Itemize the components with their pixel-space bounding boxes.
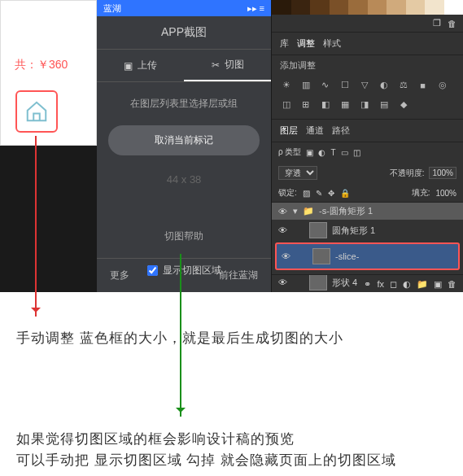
- fx-icon[interactable]: fx: [377, 279, 384, 288]
- layer-group-1[interactable]: 👁 ▾ 📁 -s-圆角矩形 1: [272, 203, 463, 220]
- home-slice-selection[interactable]: [15, 90, 58, 133]
- folder-icon: 📁: [303, 206, 314, 216]
- kind-label[interactable]: ρ 类型: [278, 146, 301, 158]
- lanhu-more-button[interactable]: 更多: [110, 269, 129, 282]
- layer-thumb: [312, 248, 330, 264]
- canvas-dark-area: [0, 146, 97, 292]
- filter-text-icon[interactable]: T: [330, 148, 335, 157]
- dim-height: 38: [190, 173, 201, 186]
- folder-new-icon[interactable]: 📁: [417, 279, 428, 288]
- layers-tabs: 图层 通道 路径: [272, 119, 463, 142]
- blend-row: 穿透 不透明度: 100%: [272, 162, 463, 184]
- duplicate-icon[interactable]: ❐: [433, 18, 441, 28]
- annotation-1: 手动调整 蓝色框的大小，就是最后生成切图的大小: [16, 329, 343, 347]
- lock-all-icon[interactable]: 🔒: [340, 189, 350, 198]
- lookup-icon[interactable]: ⊞: [299, 98, 312, 111]
- hue-icon[interactable]: ◐: [378, 79, 390, 91]
- tab-upload-label: 上传: [138, 59, 157, 72]
- new-layer-icon[interactable]: ▣: [434, 279, 442, 288]
- fill-adjust-icon[interactable]: ◐: [403, 279, 411, 288]
- lanhu-footer: 更多 前往蓝湖: [97, 258, 271, 292]
- red-arrow: [35, 136, 37, 317]
- opacity-label: 不透明度:: [390, 168, 425, 179]
- layer-name: 圆角矩形 1: [332, 225, 375, 237]
- lock-label: 锁定:: [278, 187, 297, 199]
- tab-adjustments[interactable]: 调整: [297, 37, 315, 50]
- visibility-icon[interactable]: 👁: [277, 207, 288, 216]
- tab-upload[interactable]: ▣上传: [97, 50, 184, 81]
- lock-pos-icon[interactable]: ✥: [328, 189, 334, 198]
- tab-channels[interactable]: 通道: [306, 124, 324, 137]
- curves-icon[interactable]: ∿: [319, 79, 331, 91]
- lanhu-header-icons: ▸▸ ≡: [247, 3, 264, 14]
- adjustments-tabs: 库 调整 样式: [272, 33, 463, 55]
- filter-adjust-icon[interactable]: ◐: [318, 148, 325, 157]
- annotation-3: 可以手动把 显示切图区域 勾掉 就会隐藏页面上的切图区域: [16, 451, 396, 469]
- tab-slice[interactable]: ✂切图: [184, 50, 271, 81]
- slice-dimensions: 44 x 38: [108, 173, 260, 186]
- tab-library[interactable]: 库: [280, 37, 289, 50]
- design-canvas: 共：￥360: [0, 0, 97, 146]
- fill-label: 填充:: [412, 187, 430, 199]
- lock-pixel-icon[interactable]: ✎: [316, 189, 322, 198]
- bw-icon[interactable]: ■: [417, 79, 429, 91]
- layer-slice[interactable]: 👁 -slice-: [275, 242, 460, 270]
- fold-icon[interactable]: ▾: [293, 206, 298, 216]
- tab-slice-label: 切图: [225, 58, 244, 72]
- mixer-icon[interactable]: ◫: [280, 98, 292, 111]
- invert-icon[interactable]: ◧: [319, 98, 331, 111]
- brightness-icon[interactable]: ☀: [280, 79, 292, 91]
- slice-help-button[interactable]: 切图帮助: [108, 229, 260, 243]
- layer-name: -s-圆角矩形 1: [319, 205, 373, 217]
- levels-icon[interactable]: ▥: [299, 79, 312, 91]
- cancel-mark-button[interactable]: 取消当前标记: [108, 125, 260, 155]
- visibility-icon[interactable]: 👁: [280, 251, 291, 261]
- tab-styles[interactable]: 样式: [323, 37, 341, 50]
- gradmap-icon[interactable]: ▤: [378, 98, 390, 111]
- lanhu-tabs: ▣上传 ✂切图: [97, 50, 271, 82]
- lanhu-goto-button[interactable]: 前往蓝湖: [219, 269, 258, 282]
- adjustment-icons: ☀▥∿☐▽◐⚖■◎◫⊞◧▦◨▤◆: [272, 76, 463, 114]
- exposure-icon[interactable]: ☐: [339, 79, 351, 91]
- poster-icon[interactable]: ▦: [339, 98, 351, 111]
- delete-icon[interactable]: 🗑: [448, 279, 456, 288]
- scissors-icon: ✂: [212, 59, 220, 71]
- trash-icon[interactable]: 🗑: [448, 19, 456, 28]
- lanhu-header: 蓝湖 ▸▸ ≡: [97, 0, 271, 16]
- lanhu-brand: 蓝湖: [103, 2, 121, 15]
- tab-layers[interactable]: 图层: [280, 124, 298, 137]
- lanhu-hint: 在图层列表里选择层或组: [108, 97, 260, 111]
- dim-width: 44: [167, 173, 178, 186]
- fill-value[interactable]: 100%: [435, 189, 456, 198]
- photoshop-panel: ❐ 🗑 库 调整 样式 添加调整 ☀▥∿☐▽◐⚖■◎◫⊞◧▦◨▤◆ 图层 通道 …: [271, 0, 463, 292]
- lanhu-title: APP截图: [97, 16, 271, 50]
- filter-shape-icon[interactable]: ▭: [341, 148, 348, 157]
- photo-filter-icon[interactable]: ◎: [436, 79, 448, 91]
- opacity-value[interactable]: 100%: [429, 167, 456, 179]
- layer-thumb: [309, 222, 327, 238]
- panel-window-icons: ❐ 🗑: [272, 15, 463, 33]
- layer-rect-1[interactable]: 👁 圆角矩形 1: [272, 220, 463, 241]
- vibrance-icon[interactable]: ▽: [358, 79, 370, 91]
- annotation-2: 如果觉得切图区域的框会影响设计稿的预览: [16, 430, 295, 448]
- lanhu-panel: 蓝湖 ▸▸ ≡ APP截图 ▣上传 ✂切图 在图层列表里选择层或组 取消当前标记…: [97, 0, 271, 292]
- mask-icon[interactable]: ◻: [390, 279, 397, 288]
- layer-filter-row: ρ 类型 ▣ ◐ T ▭ ◫: [272, 142, 463, 162]
- add-adjustment-label: 添加调整: [272, 55, 463, 76]
- colorbal-icon[interactable]: ⚖: [397, 79, 409, 91]
- threshold-icon[interactable]: ◨: [358, 98, 370, 111]
- blend-mode-select[interactable]: 穿透: [278, 166, 317, 180]
- swatches-strip: [272, 0, 463, 15]
- filter-smart-icon[interactable]: ◫: [353, 148, 360, 157]
- selective-icon[interactable]: ◆: [397, 98, 409, 111]
- price-text: 共：￥360: [15, 58, 96, 72]
- home-icon: [24, 99, 49, 124]
- layers-footer-icons: ⚭fx◻◐📁▣🗑: [272, 274, 463, 292]
- dim-sep: x: [181, 173, 187, 186]
- visibility-icon[interactable]: 👁: [277, 225, 288, 235]
- lock-trans-icon[interactable]: ▨: [303, 189, 310, 198]
- link-icon[interactable]: ⚭: [364, 279, 371, 288]
- filter-pixel-icon[interactable]: ▣: [306, 148, 313, 157]
- tab-paths[interactable]: 路径: [332, 124, 350, 137]
- lock-row: 锁定: ▨ ✎ ✥ 🔒 填充: 100%: [272, 184, 463, 203]
